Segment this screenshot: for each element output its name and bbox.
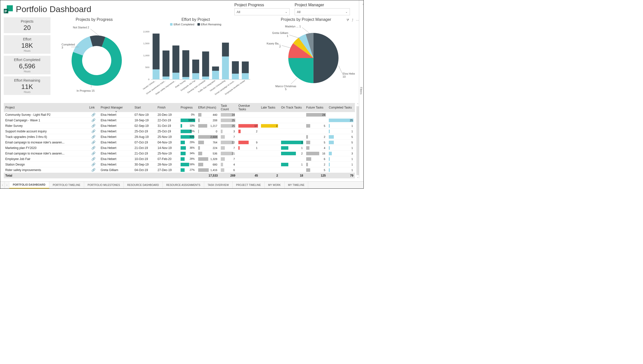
kpi-card[interactable]: Projects 20 bbox=[4, 17, 50, 33]
kpi-card[interactable]: Effort Completed 6,596 Hours bbox=[4, 56, 50, 74]
column-header[interactable]: Late Tasks bbox=[259, 103, 280, 112]
pie-visual[interactable]: Projects by Project Manager Madelyn ... … bbox=[257, 17, 355, 102]
slicer-dropdown[interactable]: All ⌄ bbox=[234, 8, 290, 15]
cell-link[interactable]: 🔗 bbox=[88, 118, 99, 123]
page-tab[interactable]: MY TIMELINE bbox=[285, 182, 308, 188]
page-tab[interactable]: RESOURCE ASSIGNMENTS bbox=[163, 182, 204, 188]
cell-link[interactable]: 🔗 bbox=[88, 145, 99, 151]
pie-slice[interactable] bbox=[288, 58, 313, 83]
cell-link[interactable]: 🔗 bbox=[88, 140, 99, 145]
column-header[interactable]: Link bbox=[88, 103, 99, 112]
bar-segment[interactable] bbox=[182, 77, 189, 80]
pie-slice[interactable] bbox=[313, 33, 339, 83]
column-header[interactable]: Progress bbox=[179, 103, 197, 112]
page-tab[interactable]: TASK OVERVIEW bbox=[204, 182, 233, 188]
cell-link[interactable]: 🔗 bbox=[88, 167, 99, 173]
cell-link[interactable]: 🔗 bbox=[88, 112, 99, 118]
more-icon[interactable]: ··· bbox=[356, 18, 359, 22]
scroll-down-icon[interactable]: ⌄ bbox=[357, 176, 359, 178]
link-icon[interactable]: 🔗 bbox=[91, 157, 95, 161]
table-row[interactable]: Support mobile account inquiry 🔗 Elva He… bbox=[4, 129, 355, 134]
table-row[interactable]: Community Survey - Light Rail P2 🔗 Elva … bbox=[4, 112, 355, 118]
column-header[interactable]: Project bbox=[4, 103, 88, 112]
bar-visual[interactable]: Effort by Project Effort CompletedEffort… bbox=[138, 17, 253, 102]
link-icon[interactable]: 🔗 bbox=[91, 118, 95, 122]
bar-segment[interactable] bbox=[242, 62, 249, 73]
kpi-card[interactable]: Effort 18K Hours bbox=[4, 35, 50, 54]
bar-segment[interactable] bbox=[222, 43, 229, 57]
kpi-unit: Hours bbox=[5, 91, 49, 93]
page-tab[interactable]: MY WORK bbox=[265, 182, 285, 188]
cell-link[interactable]: 🔗 bbox=[88, 129, 99, 134]
table-row[interactable]: Employee Job Fair 🔗 Elva Hebert 10-Oct-1… bbox=[4, 156, 355, 162]
cell-link[interactable]: 🔗 bbox=[88, 162, 99, 167]
tab-next[interactable]: › bbox=[5, 182, 9, 188]
table-row[interactable]: Rider safety improvements 🔗 Greta Gillia… bbox=[4, 167, 355, 173]
link-icon[interactable]: 🔗 bbox=[91, 163, 95, 166]
bar-segment[interactable] bbox=[163, 50, 170, 77]
table-row[interactable]: Rider Survey 🔗 Elva Hebert 02-Sep-19 31-… bbox=[4, 123, 355, 129]
column-header[interactable]: Effort (Hours) bbox=[197, 103, 219, 112]
slicer-0: Project Progress All ⌄ bbox=[234, 3, 290, 15]
column-header[interactable]: Future Tasks bbox=[305, 103, 327, 112]
table-row[interactable]: Station Design 🔗 Elva Hebert 30-Sep-19 2… bbox=[4, 162, 355, 167]
legend-item[interactable]: Effort Completed bbox=[170, 23, 194, 26]
donut-slice[interactable] bbox=[73, 36, 93, 56]
bar-segment[interactable] bbox=[163, 77, 170, 79]
bar-segment[interactable] bbox=[222, 57, 229, 79]
column-header[interactable]: Task Count bbox=[219, 103, 237, 112]
page-tab[interactable]: PORTFOLIO MILESTONES bbox=[84, 182, 124, 188]
table-row[interactable]: Email campaign to increase rider's aware… bbox=[4, 140, 355, 145]
table-scrollbar[interactable]: ⌃ ⌄ bbox=[356, 103, 359, 178]
bar-segment[interactable] bbox=[202, 77, 209, 79]
tab-prev[interactable]: ‹ bbox=[0, 182, 5, 188]
legend-item[interactable]: Effort Remaining bbox=[197, 23, 222, 26]
bar-segment[interactable] bbox=[182, 50, 189, 77]
column-header[interactable]: Project Manager bbox=[99, 103, 133, 112]
table-row[interactable]: Track upgrades (miles 3 thru 6) 🔗 Elva H… bbox=[4, 134, 355, 140]
scroll-up-icon[interactable]: ⌃ bbox=[357, 103, 359, 106]
bar-segment[interactable] bbox=[242, 73, 249, 79]
link-icon[interactable]: 🔗 bbox=[91, 140, 95, 144]
page-tab[interactable]: RESOURCE DASHBOARD bbox=[124, 182, 163, 188]
table-row[interactable]: Email Campaign - Wave 1 🔗 Elva Hebert 18… bbox=[4, 118, 355, 123]
bar-segment[interactable] bbox=[172, 73, 179, 79]
cell-link[interactable]: 🔗 bbox=[88, 151, 99, 156]
page-tab[interactable]: PORTFOLIO DASHBOARD bbox=[9, 182, 49, 188]
bar-segment[interactable] bbox=[212, 71, 219, 79]
bar-segment[interactable] bbox=[232, 61, 239, 74]
column-header[interactable]: Completed Tasks bbox=[327, 103, 355, 112]
link-icon[interactable]: 🔗 bbox=[91, 168, 95, 172]
link-icon[interactable]: 🔗 bbox=[91, 113, 95, 117]
link-icon[interactable]: 🔗 bbox=[91, 146, 95, 150]
filter-icon[interactable]: ⧩ bbox=[346, 18, 349, 22]
donut-visual[interactable]: Projects by Progress Not Started 2 Compl… bbox=[54, 17, 134, 102]
cell-link[interactable]: 🔗 bbox=[88, 156, 99, 162]
bar-segment[interactable] bbox=[232, 74, 239, 79]
link-icon[interactable]: 🔗 bbox=[91, 129, 95, 133]
cell-link[interactable]: 🔗 bbox=[88, 123, 99, 129]
bar-segment[interactable] bbox=[172, 45, 179, 73]
project-table[interactable]: ProjectLinkProject ManagerStartFinishPro… bbox=[4, 103, 360, 178]
column-header[interactable]: Finish bbox=[156, 103, 179, 112]
column-header[interactable]: On Track Tasks bbox=[280, 103, 305, 112]
export-icon[interactable]: ⤴ bbox=[352, 18, 353, 22]
bar-segment[interactable] bbox=[202, 51, 209, 77]
page-tab[interactable]: PROJECT TIMELINE bbox=[233, 182, 264, 188]
link-icon[interactable]: 🔗 bbox=[91, 135, 95, 139]
link-icon[interactable]: 🔗 bbox=[91, 151, 95, 155]
table-row[interactable]: Marketing plan FY2020 🔗 Elva Hebert 21-O… bbox=[4, 145, 355, 151]
bar-segment[interactable] bbox=[212, 67, 219, 71]
column-header[interactable]: Start bbox=[133, 103, 156, 112]
slicer-dropdown[interactable]: All ⌄ bbox=[295, 8, 350, 15]
bar-segment[interactable] bbox=[192, 60, 199, 73]
kpi-card[interactable]: Effort Remaining 11K Hours bbox=[4, 76, 50, 95]
table-row[interactable]: Email campaign to increase rider's aware… bbox=[4, 151, 355, 156]
bar-segment[interactable] bbox=[153, 34, 160, 70]
column-header[interactable]: Overdue Tasks bbox=[237, 103, 259, 112]
link-icon[interactable]: 🔗 bbox=[91, 124, 95, 128]
bar-segment[interactable] bbox=[153, 69, 160, 79]
bar-segment[interactable] bbox=[192, 73, 199, 79]
cell-link[interactable]: 🔗 bbox=[88, 134, 99, 140]
page-tab[interactable]: PORTFOLIO TIMELINE bbox=[49, 182, 84, 188]
